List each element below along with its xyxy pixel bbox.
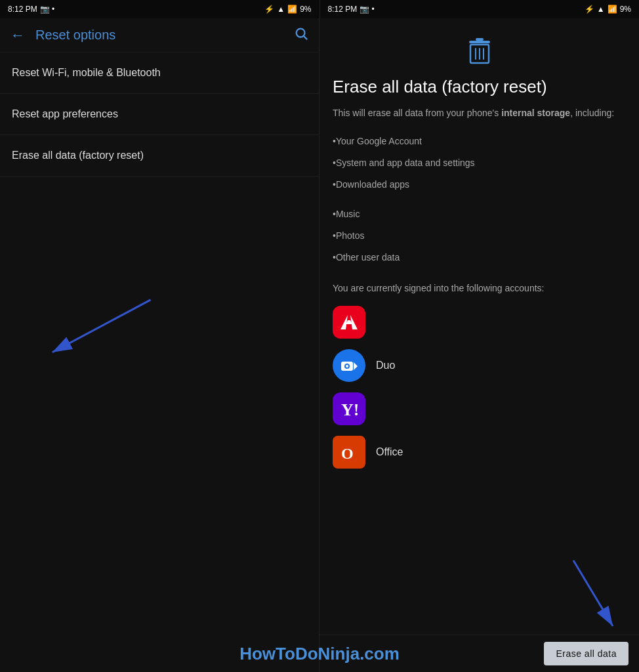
svg-text:O: O <box>341 445 354 462</box>
svg-rect-4 <box>469 41 490 43</box>
right-status-time-area: 8:12 PM 📷 • <box>328 5 375 14</box>
adobe-icon <box>333 306 365 339</box>
left-status-time-area: 8:12 PM 📷 • <box>8 5 54 14</box>
right-status-right: ⚡ ▲ 📶 9% <box>585 5 631 14</box>
left-panel: ← Reset options Reset Wi-Fi, mobile & Bl… <box>0 18 320 672</box>
account-item-yahoo: Y! <box>333 392 626 425</box>
svg-line-3 <box>52 300 151 352</box>
left-status-right: ⚡ ▲ 📶 9% <box>264 5 311 14</box>
yahoo-icon: Y! <box>333 392 365 425</box>
right-signal-icon: 📶 <box>608 5 617 14</box>
page-title: Reset options <box>35 28 294 43</box>
bullet-list: •Your Google Account •System and app dat… <box>333 131 626 268</box>
svg-text:Y!: Y! <box>341 400 359 419</box>
account-item-office: O Office <box>333 436 626 469</box>
trash-icon-container <box>333 37 626 66</box>
bullet-photos: •Photos <box>333 225 626 247</box>
left-header: ← Reset options <box>0 18 319 52</box>
trash-icon <box>466 37 493 66</box>
office-icon: O <box>333 436 365 469</box>
svg-marker-13 <box>354 362 358 370</box>
back-button[interactable]: ← <box>10 27 25 44</box>
office-label: Office <box>376 446 403 458</box>
right-panel[interactable]: Erase all data (factory reset) This will… <box>320 18 639 672</box>
left-signal-icon: 📶 <box>287 5 297 14</box>
right-time: 8:12 PM <box>328 5 358 14</box>
status-bars: 8:12 PM 📷 • ⚡ ▲ 📶 9% 8:12 PM 📷 • ⚡ ▲ 📶 9… <box>0 0 639 18</box>
svg-point-0 <box>297 29 305 37</box>
right-wifi-icon: ▲ <box>597 5 605 14</box>
svg-point-12 <box>346 365 348 368</box>
description-bold: internal storage <box>501 108 570 118</box>
right-content: Erase all data (factory reset) This will… <box>320 18 639 635</box>
left-wifi-icon: ▲ <box>277 5 285 14</box>
main-content: ← Reset options Reset Wi-Fi, mobile & Bl… <box>0 18 639 672</box>
bullet-google-account: •Your Google Account <box>333 131 626 152</box>
left-time: 8:12 PM <box>8 5 37 14</box>
factory-reset-description: This will erase all data from your phone… <box>333 106 626 120</box>
left-bluetooth-icon: ⚡ <box>264 5 274 14</box>
bullet-downloaded-apps: •Downloaded apps <box>333 174 626 196</box>
bullet-user-data: •Other user data <box>333 247 626 268</box>
right-status-bar: 8:12 PM 📷 • ⚡ ▲ 📶 9% <box>320 0 640 18</box>
duo-label: Duo <box>376 360 395 371</box>
bullet-music: •Music <box>333 203 626 225</box>
right-battery: 9% <box>620 5 631 14</box>
bottom-action-bar: Erase all data <box>320 635 639 672</box>
accounts-section: You are currently signed into the follow… <box>333 282 626 469</box>
right-bluetooth-icon: ⚡ <box>585 5 594 14</box>
description-suffix: , including: <box>570 108 614 118</box>
menu-item-factory-reset[interactable]: Erase all data (factory reset) <box>0 135 319 177</box>
bullet-system-data: •System and app data and settings <box>333 152 626 174</box>
right-status-icons: 📷 • <box>360 5 375 14</box>
menu-item-app-preferences[interactable]: Reset app preferences <box>0 94 319 135</box>
svg-line-1 <box>304 36 307 39</box>
accounts-description: You are currently signed into the follow… <box>333 282 626 295</box>
duo-icon <box>333 349 365 382</box>
account-item-duo: Duo <box>333 349 626 382</box>
left-battery: 9% <box>300 5 311 14</box>
arrow-annotation-left <box>0 177 319 672</box>
account-item-adobe <box>333 306 626 339</box>
left-status-bar: 8:12 PM 📷 • ⚡ ▲ 📶 9% <box>0 0 320 18</box>
search-button[interactable] <box>294 26 308 44</box>
description-prefix: This will erase all data from your phone… <box>333 108 501 118</box>
svg-rect-5 <box>476 38 484 41</box>
factory-reset-title: Erase all data (factory reset) <box>333 76 626 98</box>
erase-all-data-button[interactable]: Erase all data <box>544 642 629 665</box>
left-status-icons: 📷 • <box>40 5 55 14</box>
menu-item-wifi[interactable]: Reset Wi-Fi, mobile & Bluetooth <box>0 52 319 94</box>
